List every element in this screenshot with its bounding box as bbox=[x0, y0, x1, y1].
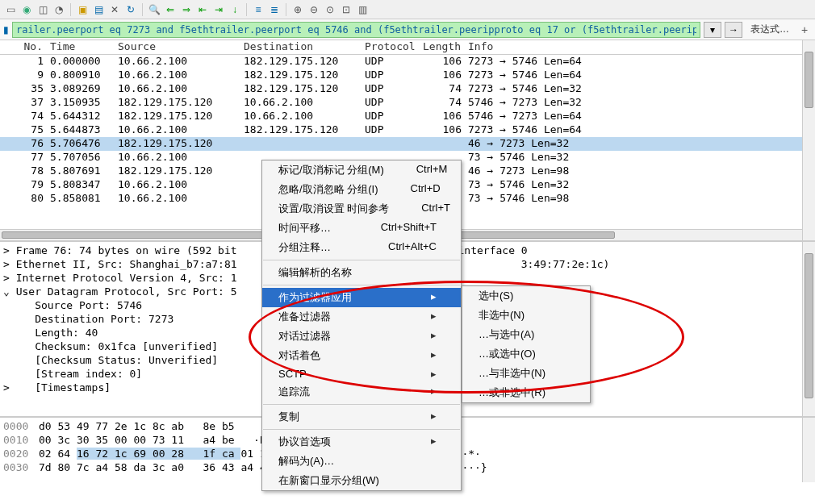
zoom-in-icon[interactable]: ⊕ bbox=[290, 2, 305, 17]
details-vscrollbar[interactable] bbox=[802, 242, 815, 416]
save-icon[interactable]: ▤ bbox=[91, 2, 106, 17]
menu-item[interactable]: 对话着色▸ bbox=[262, 346, 461, 365]
zoom-100-icon[interactable]: ⊡ bbox=[339, 2, 353, 17]
zoom-out-icon[interactable]: ⊖ bbox=[307, 2, 321, 17]
col-time[interactable]: Time bbox=[47, 40, 115, 54]
col-source[interactable]: Source bbox=[115, 40, 240, 54]
menu-item[interactable]: 解码为(A)… bbox=[262, 452, 461, 471]
menu-item[interactable]: 准备过滤器▸ bbox=[262, 307, 461, 327]
arrow-left-icon[interactable]: ⇐ bbox=[163, 2, 178, 17]
display-filter-input[interactable] bbox=[12, 22, 700, 38]
bookmark-icon[interactable]: ▮ bbox=[3, 24, 9, 35]
packet-row[interactable]: 353.08926910.66.2.100182.129.175.120UDP7… bbox=[0, 82, 802, 96]
menu-item[interactable]: 标记/取消标记 分组(M)Ctrl+M bbox=[262, 160, 461, 180]
zoom-fit-icon[interactable]: ⊙ bbox=[323, 2, 337, 17]
menu-item[interactable]: 分组注释…Ctrl+Alt+C bbox=[262, 238, 461, 257]
submenu-item[interactable]: …与选中(A) bbox=[462, 325, 590, 344]
menu-item[interactable]: 对话过滤器▸ bbox=[262, 327, 461, 346]
packet-row[interactable]: 373.150935182.129.175.12010.66.2.100UDP7… bbox=[0, 96, 802, 110]
submenu-item[interactable]: 非选中(N) bbox=[462, 306, 590, 325]
menu-item[interactable]: 复制▸ bbox=[262, 407, 461, 427]
col-len[interactable]: Length bbox=[416, 40, 465, 54]
submenu-item[interactable]: …与非选中(N) bbox=[462, 364, 590, 383]
menu-item[interactable]: 忽略/取消忽略 分组(I)Ctrl+D bbox=[262, 180, 461, 199]
menu-item[interactable]: 协议首选项▸ bbox=[262, 432, 461, 452]
columns-icon[interactable]: ▥ bbox=[355, 2, 370, 17]
submenu-item[interactable]: …或非选中(R) bbox=[462, 383, 590, 402]
filter-clear-button[interactable]: ▾ bbox=[704, 22, 721, 38]
col-info[interactable]: Info bbox=[465, 40, 802, 54]
step-left-icon[interactable]: ⇤ bbox=[195, 2, 210, 17]
menu-item[interactable]: 时间平移…Ctrl+Shift+T bbox=[262, 219, 461, 238]
list-icon[interactable]: ≡ bbox=[251, 2, 265, 17]
align-icon[interactable]: ≣ bbox=[267, 2, 282, 17]
menu-separator bbox=[263, 404, 460, 405]
arrow-right-icon[interactable]: ⇒ bbox=[179, 2, 194, 17]
add-button[interactable]: + bbox=[797, 23, 812, 37]
step-right-icon[interactable]: ⇥ bbox=[211, 2, 226, 17]
target-icon[interactable]: ◔ bbox=[52, 2, 66, 17]
reload-icon[interactable]: ↻ bbox=[123, 2, 138, 17]
filter-submenu[interactable]: 选中(S)非选中(N)…与选中(A)…或选中(O)…与非选中(N)…或非选中(R… bbox=[462, 285, 591, 403]
menu-item[interactable]: 追踪流▸ bbox=[262, 382, 461, 402]
context-menu[interactable]: 标记/取消标记 分组(M)Ctrl+M忽略/取消忽略 分组(I)Ctrl+D设置… bbox=[261, 160, 462, 491]
col-dest[interactable]: Destination bbox=[240, 40, 362, 54]
packet-row[interactable]: 90.80091010.66.2.100182.129.175.120UDP10… bbox=[0, 69, 802, 82]
search-icon[interactable]: 🔍 bbox=[147, 2, 161, 17]
main-toolbar: ▭ ◉ ◫ ◔ ▣ ▤ ✕ ↻ 🔍 ⇐ ⇒ ⇤ ⇥ ↓ ≡ ≣ ⊕ ⊖ ⊙ ⊡ … bbox=[0, 0, 815, 19]
packet-vscrollbar[interactable] bbox=[802, 40, 815, 240]
down-icon[interactable]: ↓ bbox=[228, 2, 242, 17]
filter-apply-button[interactable]: → bbox=[725, 22, 742, 38]
menu-item[interactable]: 编辑解析的名称 bbox=[262, 263, 461, 282]
submenu-item[interactable]: 选中(S) bbox=[462, 286, 590, 306]
separator bbox=[286, 3, 286, 16]
separator bbox=[142, 3, 143, 16]
square-icon[interactable]: ◉ bbox=[19, 2, 34, 17]
packet-row[interactable]: 755.64487310.66.2.100182.129.175.120UDP1… bbox=[0, 123, 802, 137]
packet-row[interactable]: 745.644312182.129.175.12010.66.2.100UDP1… bbox=[0, 110, 802, 123]
filter-bar: ▮ ▾ → 表达式… + bbox=[0, 19, 815, 40]
folder-icon[interactable]: ▣ bbox=[75, 2, 90, 17]
menu-separator bbox=[263, 429, 460, 430]
menu-item[interactable]: SCTP▸ bbox=[262, 365, 461, 382]
col-no[interactable]: No. bbox=[0, 40, 47, 54]
stop-icon[interactable]: ◫ bbox=[36, 2, 50, 17]
separator bbox=[70, 3, 71, 16]
file-icon[interactable]: ▭ bbox=[3, 2, 18, 17]
packet-list-header: No. Time Source Destination Protocol Len… bbox=[0, 40, 802, 55]
packet-row[interactable]: 10.00000010.66.2.100182.129.175.120UDP10… bbox=[0, 55, 802, 69]
menu-item[interactable]: 作为过滤器应用▸ bbox=[262, 288, 461, 307]
col-proto[interactable]: Protocol bbox=[362, 40, 416, 54]
expression-label[interactable]: 表达式… bbox=[746, 23, 794, 36]
packet-row[interactable]: 765.706476182.129.175.12046 → 7273 Len=3… bbox=[0, 137, 802, 151]
close-icon[interactable]: ✕ bbox=[107, 2, 122, 17]
hex-vscrollbar[interactable] bbox=[802, 418, 815, 482]
submenu-item[interactable]: …或选中(O) bbox=[462, 344, 590, 364]
separator bbox=[246, 3, 247, 16]
menu-separator bbox=[263, 260, 460, 260]
menu-separator bbox=[263, 285, 460, 285]
menu-item[interactable]: 在新窗口显示分组(W) bbox=[262, 471, 461, 490]
menu-item[interactable]: 设置/取消设置 时间参考Ctrl+T bbox=[262, 199, 461, 219]
